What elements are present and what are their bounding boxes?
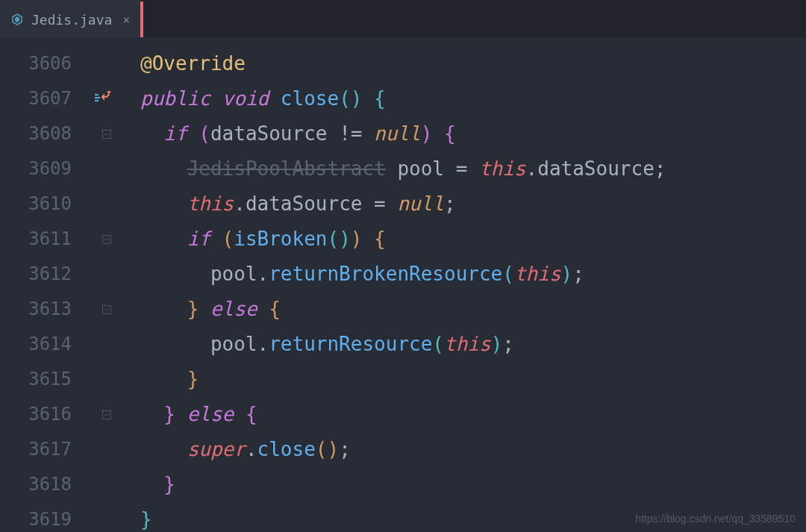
line-number: 3614 (0, 327, 81, 362)
java-file-icon (10, 13, 24, 26)
code-line: } (125, 362, 806, 397)
code-line: super.close(); (125, 432, 806, 467)
line-number: 3618 (0, 467, 81, 502)
editor-pane: 3606 3607 3608 3609 3610 3611 3612 3613 … (0, 37, 806, 532)
line-number: 3606 (0, 46, 81, 81)
code-line: public void close() { (125, 81, 806, 116)
code-line: } else { (125, 292, 806, 327)
watermark-text: https://blog.csdn.net/qq_33589510 (635, 513, 796, 525)
fold-minus-icon[interactable] (101, 234, 112, 245)
line-number: 3608 (0, 116, 81, 151)
override-implements-icon[interactable] (95, 91, 111, 107)
tab-active-indicator (140, 1, 143, 37)
line-number: 3613 (0, 292, 81, 327)
code-line: pool.returnResource(this); (125, 327, 806, 362)
code-line: if (isBroken()) { (125, 222, 806, 257)
code-line: } (125, 467, 806, 502)
svg-marker-6 (107, 91, 111, 93)
fold-minus-icon[interactable] (101, 129, 112, 140)
line-number: 3617 (0, 432, 81, 467)
editor-tab[interactable]: Jedis.java × (0, 0, 140, 37)
tab-filename: Jedis.java (31, 12, 112, 28)
code-line: JedisPoolAbstract pool = this.dataSource… (125, 151, 806, 187)
line-number: 3612 (0, 257, 81, 292)
code-line: @Override (125, 46, 806, 81)
svg-marker-1 (15, 16, 19, 22)
line-number: 3610 (0, 187, 81, 222)
code-line: pool.returnBrokenResource(this); (125, 257, 806, 292)
line-number: 3616 (0, 397, 81, 432)
fold-minus-icon[interactable] (101, 304, 112, 315)
code-line: } else { (125, 397, 806, 432)
code-line: this.dataSource = null; (125, 187, 806, 222)
svg-marker-5 (101, 93, 105, 101)
gutter-icon-column (81, 37, 125, 532)
code-editor[interactable]: @Override public void close() { if (data… (125, 37, 806, 532)
close-icon[interactable]: × (122, 13, 130, 27)
code-line: if (dataSource != null) { (125, 116, 806, 151)
line-number: 3609 (0, 151, 81, 187)
line-number: 3611 (0, 222, 81, 257)
tab-bar: Jedis.java × (0, 0, 806, 37)
line-number-gutter: 3606 3607 3608 3609 3610 3611 3612 3613 … (0, 37, 81, 532)
line-number: 3607 (0, 81, 81, 116)
fold-minus-icon[interactable] (101, 410, 112, 420)
line-number: 3619 (0, 502, 81, 532)
line-number: 3615 (0, 362, 81, 397)
